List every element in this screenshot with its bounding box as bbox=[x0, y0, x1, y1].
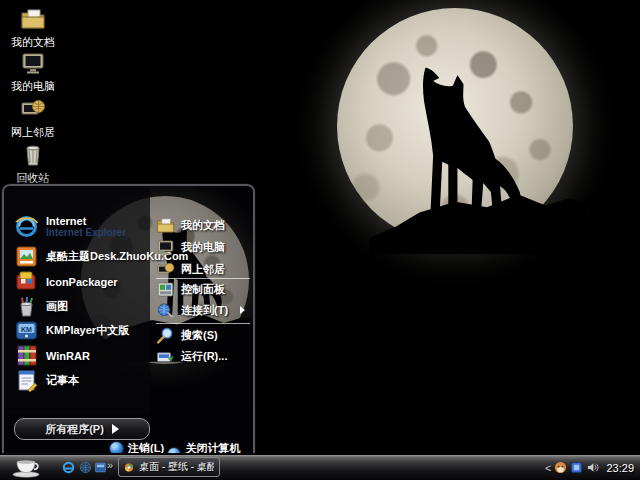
iconpackager-icon bbox=[14, 269, 39, 294]
start-menu-item-label: 网上邻居 bbox=[181, 262, 225, 277]
svg-text:KM: KM bbox=[21, 326, 32, 333]
start-menu-item-network-places[interactable]: 网上邻居 bbox=[156, 260, 253, 278]
start-menu-item-sublabel: Internet Explorer bbox=[46, 227, 126, 238]
window-icon bbox=[94, 461, 107, 474]
all-programs-label: 所有程序(P) bbox=[45, 422, 104, 437]
internet-explorer-icon bbox=[14, 214, 39, 239]
start-menu-item-my-documents[interactable]: 我的文档 bbox=[156, 216, 253, 234]
start-menu-item-iconpackager[interactable]: IconPackager bbox=[14, 269, 148, 294]
start-menu-item-connect-to[interactable]: 连接到(T) bbox=[156, 301, 253, 319]
start-menu-separator bbox=[156, 323, 250, 324]
start-menu-item-paint[interactable]: 画图 bbox=[14, 294, 148, 319]
system-tray: < 23:29 bbox=[545, 455, 638, 480]
log-off-button[interactable]: 注销(L) bbox=[110, 441, 164, 453]
log-off-label: 注销(L) bbox=[128, 441, 164, 453]
network-places-icon bbox=[156, 260, 175, 279]
start-menu-item-label: 我的文档 bbox=[181, 218, 225, 233]
search-icon bbox=[156, 326, 175, 345]
start-menu-item-kmplayer[interactable]: KM KMPlayer中文版 bbox=[14, 318, 148, 343]
quicklaunch-ie-button[interactable] bbox=[60, 458, 77, 476]
control-panel-icon bbox=[156, 280, 175, 299]
desktop: 我的文档 我的电脑 网上邻居 回收站 bbox=[0, 0, 640, 480]
start-menu-item-my-computer[interactable]: 我的电脑 bbox=[156, 238, 253, 256]
quicklaunch-overflow-chevron[interactable]: » bbox=[107, 459, 113, 471]
start-menu-item-label: 运行(R)... bbox=[181, 349, 227, 364]
start-menu-item-label: 连接到(T) bbox=[181, 303, 228, 318]
turn-off-computer-button[interactable]: 关闭计算机(U) bbox=[168, 441, 253, 453]
all-programs-button[interactable]: 所有程序(P) bbox=[14, 418, 150, 440]
desktop-icon-label: 网上邻居 bbox=[11, 126, 55, 138]
tray-collapse-chevron[interactable]: < bbox=[545, 462, 551, 474]
start-menu-item-label: 记事本 bbox=[46, 373, 79, 388]
desktop-icon-recycle-bin[interactable]: 回收站 bbox=[0, 142, 66, 186]
desktop-icon-my-computer[interactable]: 我的电脑 bbox=[0, 50, 66, 94]
my-documents-icon bbox=[20, 6, 46, 32]
teacup-start-icon bbox=[9, 457, 43, 478]
notepad-icon bbox=[14, 368, 39, 393]
start-button[interactable] bbox=[6, 456, 46, 479]
paint-icon bbox=[14, 294, 39, 319]
start-menu-item-label: IconPackager bbox=[46, 276, 118, 288]
start-menu-item-control-panel[interactable]: 控制面板 bbox=[156, 280, 253, 298]
tray-app-icon-orange[interactable] bbox=[554, 461, 567, 474]
globe-icon bbox=[79, 461, 92, 474]
volume-icon[interactable] bbox=[586, 461, 599, 474]
turn-off-computer-icon bbox=[168, 448, 180, 453]
all-programs-arrow-icon bbox=[112, 424, 119, 434]
zhuoku-theme-icon bbox=[14, 244, 39, 269]
desktop-icon-my-documents[interactable]: 我的文档 bbox=[0, 6, 66, 50]
start-menu-item-label: 画图 bbox=[46, 299, 68, 314]
wallpaper-wolf-silhouette bbox=[386, 64, 538, 232]
network-places-icon bbox=[20, 96, 46, 122]
start-menu-item-label: 搜索(S) bbox=[181, 328, 218, 343]
start-menu-item-label: 控制面板 bbox=[181, 282, 225, 297]
task-button-wallpaper-window[interactable]: 桌面 - 壁纸 - 桌酷壁... bbox=[118, 457, 220, 477]
submenu-arrow-icon bbox=[240, 306, 245, 314]
taskbar: » 桌面 - 壁纸 - 桌酷壁... < bbox=[0, 455, 640, 480]
winrar-icon bbox=[14, 343, 39, 368]
start-menu-item-label: WinRAR bbox=[46, 350, 90, 362]
tray-app-icon-blue[interactable] bbox=[570, 461, 583, 474]
connect-to-icon bbox=[156, 301, 175, 320]
start-menu-footer: 注销(L) 关闭计算机(U) bbox=[4, 441, 253, 453]
kmplayer-icon: KM bbox=[14, 318, 39, 343]
start-menu-item-search[interactable]: 搜索(S) bbox=[156, 326, 253, 344]
start-menu: Internet Internet Explorer 桌酷主题Desk.Zhuo… bbox=[2, 184, 255, 453]
turn-off-computer-label: 关闭计算机(U) bbox=[185, 441, 253, 453]
log-off-icon bbox=[110, 442, 123, 453]
recycle-bin-icon bbox=[20, 142, 46, 168]
desktop-icon-label: 我的文档 bbox=[11, 36, 55, 48]
start-menu-item-label: KMPlayer中文版 bbox=[46, 323, 129, 338]
start-menu-item-label: Internet bbox=[46, 215, 126, 227]
start-menu-item-internet[interactable]: Internet Internet Explorer bbox=[14, 208, 148, 244]
task-window-icon bbox=[124, 461, 134, 474]
start-menu-item-winrar[interactable]: WinRAR bbox=[14, 343, 148, 368]
taskbar-clock[interactable]: 23:29 bbox=[606, 462, 634, 474]
desktop-icon-label: 我的电脑 bbox=[11, 80, 55, 92]
start-menu-item-notepad[interactable]: 记事本 bbox=[14, 368, 148, 393]
my-documents-icon bbox=[156, 216, 175, 235]
desktop-icon-label: 回收站 bbox=[17, 172, 50, 184]
my-computer-icon bbox=[156, 238, 175, 257]
my-computer-icon bbox=[20, 50, 46, 76]
start-menu-item-run[interactable]: 运行(R)... bbox=[156, 347, 253, 365]
desktop-icon-network-places[interactable]: 网上邻居 bbox=[0, 96, 66, 140]
task-button-label: 桌面 - 壁纸 - 桌酷壁... bbox=[139, 460, 214, 474]
start-menu-item-label: 我的电脑 bbox=[181, 240, 225, 255]
start-menu-item-zhuoku-theme[interactable]: 桌酷主题Desk.ZhuoKu.Com bbox=[14, 244, 148, 269]
run-icon bbox=[156, 347, 175, 366]
internet-explorer-icon bbox=[62, 461, 75, 474]
